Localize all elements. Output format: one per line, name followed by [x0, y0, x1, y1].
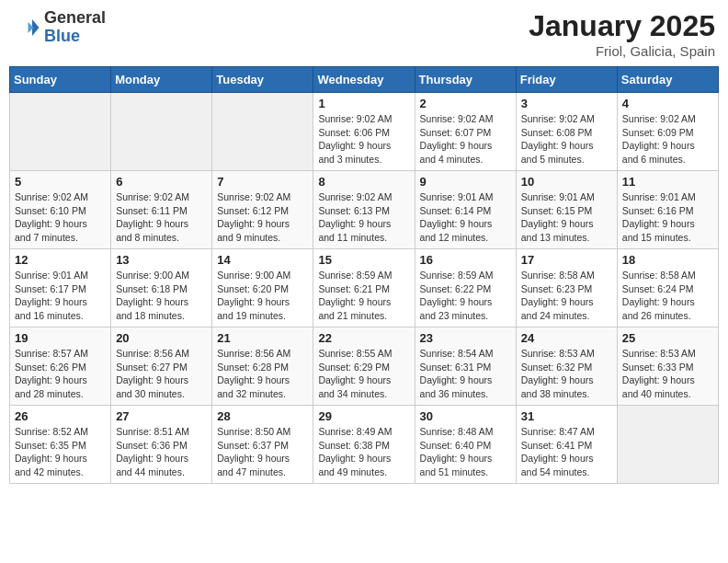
day-info: Sunrise: 9:00 AM Sunset: 6:20 PM Dayligh… [217, 269, 308, 323]
day-info: Sunrise: 8:53 AM Sunset: 6:33 PM Dayligh… [622, 347, 713, 401]
title-block: January 2025 Friol, Galicia, Spain [529, 9, 715, 59]
day-info: Sunrise: 9:02 AM Sunset: 6:08 PM Dayligh… [521, 112, 612, 167]
day-number: 20 [116, 331, 207, 345]
calendar-cell: 4Sunrise: 9:02 AM Sunset: 6:09 PM Daylig… [617, 93, 718, 171]
calendar-cell: 11Sunrise: 9:01 AM Sunset: 6:16 PM Dayli… [617, 171, 718, 249]
calendar-cell: 1Sunrise: 9:02 AM Sunset: 6:06 PM Daylig… [313, 93, 415, 171]
location-title: Friol, Galicia, Spain [529, 43, 715, 59]
day-number: 14 [217, 253, 308, 267]
weekday-header-sunday: Sunday [10, 67, 111, 93]
day-info: Sunrise: 8:59 AM Sunset: 6:21 PM Dayligh… [318, 269, 409, 323]
calendar-cell: 20Sunrise: 8:56 AM Sunset: 6:27 PM Dayli… [111, 327, 212, 406]
calendar-cell: 18Sunrise: 8:58 AM Sunset: 6:24 PM Dayli… [617, 249, 718, 327]
day-number: 31 [521, 409, 612, 423]
day-number: 19 [15, 331, 106, 345]
day-number: 2 [420, 97, 511, 110]
week-row-4: 19Sunrise: 8:57 AM Sunset: 6:26 PM Dayli… [10, 327, 719, 406]
day-number: 10 [521, 175, 612, 189]
day-info: Sunrise: 9:02 AM Sunset: 6:07 PM Dayligh… [420, 112, 511, 167]
calendar-cell: 10Sunrise: 9:01 AM Sunset: 6:15 PM Dayli… [516, 171, 617, 249]
calendar-cell: 31Sunrise: 8:47 AM Sunset: 6:41 PM Dayli… [516, 406, 617, 484]
day-info: Sunrise: 8:55 AM Sunset: 6:29 PM Dayligh… [318, 347, 409, 401]
day-info: Sunrise: 9:01 AM Sunset: 6:14 PM Dayligh… [420, 190, 511, 245]
calendar-cell: 19Sunrise: 8:57 AM Sunset: 6:26 PM Dayli… [10, 327, 111, 406]
calendar-cell [617, 406, 718, 484]
day-number: 24 [521, 331, 612, 345]
day-number: 28 [217, 409, 308, 423]
page-header: General Blue January 2025 Friol, Galicia… [9, 9, 719, 59]
calendar-cell: 15Sunrise: 8:59 AM Sunset: 6:21 PM Dayli… [313, 249, 415, 327]
weekday-header-saturday: Saturday [617, 67, 718, 93]
calendar-cell: 30Sunrise: 8:48 AM Sunset: 6:40 PM Dayli… [415, 406, 516, 484]
calendar-cell: 2Sunrise: 9:02 AM Sunset: 6:07 PM Daylig… [415, 93, 516, 171]
day-number: 27 [116, 409, 207, 423]
day-info: Sunrise: 8:56 AM Sunset: 6:28 PM Dayligh… [217, 347, 308, 401]
calendar-cell: 17Sunrise: 8:58 AM Sunset: 6:23 PM Dayli… [516, 249, 617, 327]
logo-general: General [44, 9, 106, 28]
day-number: 12 [15, 253, 106, 267]
day-info: Sunrise: 9:02 AM Sunset: 6:13 PM Dayligh… [318, 190, 409, 245]
day-info: Sunrise: 8:50 AM Sunset: 6:37 PM Dayligh… [217, 425, 308, 479]
calendar-cell: 14Sunrise: 9:00 AM Sunset: 6:20 PM Dayli… [212, 249, 313, 327]
day-info: Sunrise: 8:52 AM Sunset: 6:35 PM Dayligh… [15, 425, 106, 479]
calendar-cell: 28Sunrise: 8:50 AM Sunset: 6:37 PM Dayli… [212, 406, 313, 484]
day-number: 9 [420, 175, 511, 189]
day-number: 13 [116, 253, 207, 267]
calendar-cell: 24Sunrise: 8:53 AM Sunset: 6:32 PM Dayli… [516, 327, 617, 406]
day-info: Sunrise: 9:02 AM Sunset: 6:12 PM Dayligh… [217, 190, 308, 245]
day-number: 17 [521, 253, 612, 267]
day-number: 25 [622, 331, 713, 345]
day-number: 21 [217, 331, 308, 345]
day-number: 4 [622, 97, 713, 110]
logo-blue: Blue [44, 28, 106, 46]
calendar-cell [212, 93, 313, 171]
calendar-cell: 3Sunrise: 9:02 AM Sunset: 6:08 PM Daylig… [516, 93, 617, 171]
calendar-cell: 9Sunrise: 9:01 AM Sunset: 6:14 PM Daylig… [415, 171, 516, 249]
day-info: Sunrise: 8:48 AM Sunset: 6:40 PM Dayligh… [420, 425, 511, 479]
calendar-cell: 29Sunrise: 8:49 AM Sunset: 6:38 PM Dayli… [313, 406, 415, 484]
day-info: Sunrise: 8:47 AM Sunset: 6:41 PM Dayligh… [521, 425, 612, 479]
week-row-5: 26Sunrise: 8:52 AM Sunset: 6:35 PM Dayli… [10, 406, 719, 484]
day-info: Sunrise: 8:51 AM Sunset: 6:36 PM Dayligh… [116, 425, 207, 479]
week-row-1: 1Sunrise: 9:02 AM Sunset: 6:06 PM Daylig… [10, 93, 719, 171]
day-info: Sunrise: 8:57 AM Sunset: 6:26 PM Dayligh… [15, 347, 106, 401]
day-info: Sunrise: 9:01 AM Sunset: 6:15 PM Dayligh… [521, 190, 612, 245]
calendar: SundayMondayTuesdayWednesdayThursdayFrid… [9, 66, 719, 484]
day-info: Sunrise: 9:02 AM Sunset: 6:09 PM Dayligh… [622, 112, 713, 167]
day-number: 30 [420, 409, 511, 423]
day-number: 3 [521, 97, 612, 110]
day-info: Sunrise: 9:01 AM Sunset: 6:17 PM Dayligh… [15, 269, 106, 323]
week-row-3: 12Sunrise: 9:01 AM Sunset: 6:17 PM Dayli… [10, 249, 719, 327]
day-info: Sunrise: 8:58 AM Sunset: 6:24 PM Dayligh… [622, 269, 713, 323]
day-number: 1 [318, 97, 409, 110]
day-number: 5 [15, 175, 106, 189]
weekday-header-row: SundayMondayTuesdayWednesdayThursdayFrid… [10, 67, 719, 93]
calendar-cell: 26Sunrise: 8:52 AM Sunset: 6:35 PM Dayli… [10, 406, 111, 484]
day-number: 8 [318, 175, 409, 189]
day-number: 22 [318, 331, 409, 345]
calendar-cell [10, 93, 111, 171]
calendar-cell: 25Sunrise: 8:53 AM Sunset: 6:33 PM Dayli… [617, 327, 718, 406]
week-row-2: 5Sunrise: 9:02 AM Sunset: 6:10 PM Daylig… [10, 171, 719, 249]
weekday-header-wednesday: Wednesday [313, 67, 415, 93]
calendar-cell: 6Sunrise: 9:02 AM Sunset: 6:11 PM Daylig… [111, 171, 212, 249]
calendar-cell: 27Sunrise: 8:51 AM Sunset: 6:36 PM Dayli… [111, 406, 212, 484]
day-number: 6 [116, 175, 207, 189]
day-info: Sunrise: 9:00 AM Sunset: 6:18 PM Dayligh… [116, 269, 207, 323]
calendar-cell: 13Sunrise: 9:00 AM Sunset: 6:18 PM Dayli… [111, 249, 212, 327]
day-info: Sunrise: 8:54 AM Sunset: 6:31 PM Dayligh… [420, 347, 511, 401]
calendar-cell: 23Sunrise: 8:54 AM Sunset: 6:31 PM Dayli… [415, 327, 516, 406]
day-info: Sunrise: 8:58 AM Sunset: 6:23 PM Dayligh… [521, 269, 612, 323]
calendar-cell: 5Sunrise: 9:02 AM Sunset: 6:10 PM Daylig… [10, 171, 111, 249]
day-number: 16 [420, 253, 511, 267]
calendar-cell: 7Sunrise: 9:02 AM Sunset: 6:12 PM Daylig… [212, 171, 313, 249]
logo: General Blue [13, 9, 106, 46]
logo-icon [13, 14, 40, 41]
day-info: Sunrise: 8:53 AM Sunset: 6:32 PM Dayligh… [521, 347, 612, 401]
day-info: Sunrise: 8:56 AM Sunset: 6:27 PM Dayligh… [116, 347, 207, 401]
calendar-cell: 8Sunrise: 9:02 AM Sunset: 6:13 PM Daylig… [313, 171, 415, 249]
day-info: Sunrise: 9:02 AM Sunset: 6:11 PM Dayligh… [116, 190, 207, 245]
calendar-cell [111, 93, 212, 171]
day-info: Sunrise: 9:02 AM Sunset: 6:06 PM Dayligh… [318, 112, 409, 167]
weekday-header-tuesday: Tuesday [212, 67, 313, 93]
